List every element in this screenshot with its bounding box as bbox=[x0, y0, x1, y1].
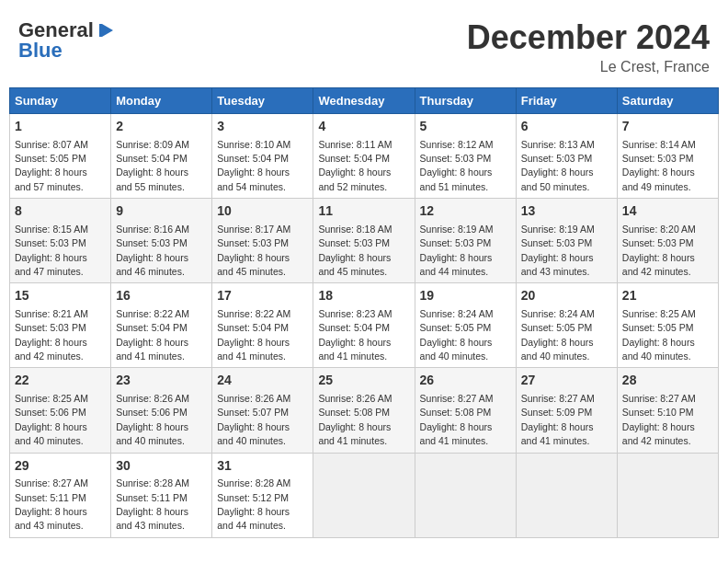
day-info: Sunrise: 8:14 AMSunset: 5:03 PMDaylight:… bbox=[622, 139, 696, 192]
table-row: 1Sunrise: 8:07 AMSunset: 5:05 PMDaylight… bbox=[10, 114, 111, 199]
day-number: 6 bbox=[521, 118, 612, 136]
day-info: Sunrise: 8:27 AMSunset: 5:10 PMDaylight:… bbox=[622, 393, 696, 446]
svg-marker-0 bbox=[102, 24, 113, 37]
table-row: 18Sunrise: 8:23 AMSunset: 5:04 PMDayligh… bbox=[313, 283, 415, 368]
day-info: Sunrise: 8:16 AMSunset: 5:03 PMDaylight:… bbox=[116, 224, 189, 277]
day-info: Sunrise: 8:21 AMSunset: 5:03 PMDaylight:… bbox=[15, 308, 88, 362]
day-number: 9 bbox=[116, 202, 207, 221]
logo: General Blue bbox=[18, 18, 116, 63]
table-row: 29Sunrise: 8:27 AMSunset: 5:11 PMDayligh… bbox=[10, 453, 111, 537]
table-row bbox=[516, 453, 617, 537]
calendar-week-row: 1Sunrise: 8:07 AMSunset: 5:05 PMDaylight… bbox=[10, 114, 719, 199]
table-row: 27Sunrise: 8:27 AMSunset: 5:09 PMDayligh… bbox=[516, 368, 617, 453]
day-info: Sunrise: 8:27 AMSunset: 5:11 PMDaylight:… bbox=[15, 477, 88, 531]
day-info: Sunrise: 8:15 AMSunset: 5:03 PMDaylight:… bbox=[15, 224, 88, 277]
day-number: 11 bbox=[318, 202, 409, 221]
day-number: 16 bbox=[116, 287, 207, 305]
calendar-week-row: 29Sunrise: 8:27 AMSunset: 5:11 PMDayligh… bbox=[10, 453, 719, 537]
table-row: 9Sunrise: 8:16 AMSunset: 5:03 PMDaylight… bbox=[111, 199, 212, 283]
day-info: Sunrise: 8:13 AMSunset: 5:03 PMDaylight:… bbox=[521, 139, 595, 192]
day-number: 8 bbox=[15, 202, 106, 221]
calendar-week-row: 8Sunrise: 8:15 AMSunset: 5:03 PMDaylight… bbox=[10, 199, 719, 283]
day-info: Sunrise: 8:24 AMSunset: 5:05 PMDaylight:… bbox=[420, 308, 494, 362]
col-friday: Friday bbox=[516, 88, 617, 114]
day-number: 3 bbox=[217, 118, 308, 136]
day-number: 14 bbox=[622, 202, 713, 221]
day-info: Sunrise: 8:25 AMSunset: 5:05 PMDaylight:… bbox=[622, 308, 696, 362]
day-number: 5 bbox=[420, 118, 511, 136]
table-row: 15Sunrise: 8:21 AMSunset: 5:03 PMDayligh… bbox=[10, 283, 111, 368]
day-number: 4 bbox=[318, 118, 409, 136]
day-number: 31 bbox=[217, 457, 308, 476]
day-number: 30 bbox=[116, 457, 207, 476]
table-row: 17Sunrise: 8:22 AMSunset: 5:04 PMDayligh… bbox=[212, 283, 313, 368]
col-monday: Monday bbox=[111, 88, 212, 114]
day-info: Sunrise: 8:10 AMSunset: 5:04 PMDaylight:… bbox=[217, 139, 290, 192]
table-row: 28Sunrise: 8:27 AMSunset: 5:10 PMDayligh… bbox=[617, 368, 718, 453]
table-row: 31Sunrise: 8:28 AMSunset: 5:12 PMDayligh… bbox=[212, 453, 313, 537]
day-number: 27 bbox=[521, 372, 612, 390]
day-info: Sunrise: 8:07 AMSunset: 5:05 PMDaylight:… bbox=[15, 139, 88, 192]
table-row: 11Sunrise: 8:18 AMSunset: 5:03 PMDayligh… bbox=[313, 199, 415, 283]
day-number: 7 bbox=[622, 118, 713, 136]
day-info: Sunrise: 8:22 AMSunset: 5:04 PMDaylight:… bbox=[217, 308, 290, 362]
table-row: 4Sunrise: 8:11 AMSunset: 5:04 PMDaylight… bbox=[313, 114, 415, 199]
day-number: 10 bbox=[217, 202, 308, 221]
day-info: Sunrise: 8:20 AMSunset: 5:03 PMDaylight:… bbox=[622, 224, 696, 277]
col-tuesday: Tuesday bbox=[212, 88, 313, 114]
day-info: Sunrise: 8:24 AMSunset: 5:05 PMDaylight:… bbox=[521, 308, 595, 362]
day-info: Sunrise: 8:28 AMSunset: 5:11 PMDaylight:… bbox=[116, 477, 189, 531]
day-number: 13 bbox=[521, 202, 612, 221]
table-row: 26Sunrise: 8:27 AMSunset: 5:08 PMDayligh… bbox=[415, 368, 516, 453]
day-info: Sunrise: 8:27 AMSunset: 5:09 PMDaylight:… bbox=[521, 393, 595, 446]
table-row bbox=[415, 453, 516, 537]
table-row: 10Sunrise: 8:17 AMSunset: 5:03 PMDayligh… bbox=[212, 199, 313, 283]
day-number: 23 bbox=[116, 372, 207, 390]
table-row: 30Sunrise: 8:28 AMSunset: 5:11 PMDayligh… bbox=[111, 453, 212, 537]
table-row: 12Sunrise: 8:19 AMSunset: 5:03 PMDayligh… bbox=[415, 199, 516, 283]
col-thursday: Thursday bbox=[415, 88, 516, 114]
day-number: 15 bbox=[15, 287, 106, 305]
calendar-subtitle: Le Crest, France bbox=[467, 59, 710, 75]
day-info: Sunrise: 8:28 AMSunset: 5:12 PMDaylight:… bbox=[217, 477, 290, 531]
day-info: Sunrise: 8:23 AMSunset: 5:04 PMDaylight:… bbox=[318, 308, 392, 362]
day-number: 25 bbox=[318, 372, 409, 390]
col-saturday: Saturday bbox=[617, 88, 718, 114]
day-number: 20 bbox=[521, 287, 612, 305]
day-info: Sunrise: 8:26 AMSunset: 5:08 PMDaylight:… bbox=[318, 393, 392, 446]
day-number: 26 bbox=[420, 372, 511, 390]
title-block: December 2024 Le Crest, France bbox=[467, 18, 710, 75]
table-row: 25Sunrise: 8:26 AMSunset: 5:08 PMDayligh… bbox=[313, 368, 415, 453]
table-row: 16Sunrise: 8:22 AMSunset: 5:04 PMDayligh… bbox=[111, 283, 212, 368]
col-sunday: Sunday bbox=[10, 88, 111, 114]
day-number: 21 bbox=[622, 287, 713, 305]
day-info: Sunrise: 8:25 AMSunset: 5:06 PMDaylight:… bbox=[15, 393, 88, 446]
table-row: 2Sunrise: 8:09 AMSunset: 5:04 PMDaylight… bbox=[111, 114, 212, 199]
day-info: Sunrise: 8:09 AMSunset: 5:04 PMDaylight:… bbox=[116, 139, 189, 192]
day-number: 28 bbox=[622, 372, 713, 390]
calendar-week-row: 15Sunrise: 8:21 AMSunset: 5:03 PMDayligh… bbox=[10, 283, 719, 368]
day-number: 24 bbox=[217, 372, 308, 390]
day-info: Sunrise: 8:17 AMSunset: 5:03 PMDaylight:… bbox=[217, 224, 290, 277]
table-row: 6Sunrise: 8:13 AMSunset: 5:03 PMDaylight… bbox=[516, 114, 617, 199]
day-info: Sunrise: 8:26 AMSunset: 5:07 PMDaylight:… bbox=[217, 393, 290, 446]
day-number: 17 bbox=[217, 287, 308, 305]
day-info: Sunrise: 8:19 AMSunset: 5:03 PMDaylight:… bbox=[420, 224, 494, 277]
table-row: 14Sunrise: 8:20 AMSunset: 5:03 PMDayligh… bbox=[617, 199, 718, 283]
table-row bbox=[617, 453, 718, 537]
calendar-week-row: 22Sunrise: 8:25 AMSunset: 5:06 PMDayligh… bbox=[10, 368, 719, 453]
table-row bbox=[313, 453, 415, 537]
day-number: 1 bbox=[15, 118, 106, 136]
page-header: General Blue December 2024 Le Crest, Fra… bbox=[9, 9, 719, 80]
day-info: Sunrise: 8:27 AMSunset: 5:08 PMDaylight:… bbox=[420, 393, 494, 446]
table-row: 23Sunrise: 8:26 AMSunset: 5:06 PMDayligh… bbox=[111, 368, 212, 453]
day-number: 18 bbox=[318, 287, 409, 305]
svg-rect-1 bbox=[99, 24, 102, 37]
day-info: Sunrise: 8:22 AMSunset: 5:04 PMDaylight:… bbox=[116, 308, 189, 362]
table-row: 3Sunrise: 8:10 AMSunset: 5:04 PMDaylight… bbox=[212, 114, 313, 199]
table-row: 7Sunrise: 8:14 AMSunset: 5:03 PMDaylight… bbox=[617, 114, 718, 199]
table-row: 20Sunrise: 8:24 AMSunset: 5:05 PMDayligh… bbox=[516, 283, 617, 368]
day-info: Sunrise: 8:26 AMSunset: 5:06 PMDaylight:… bbox=[116, 393, 189, 446]
day-info: Sunrise: 8:12 AMSunset: 5:03 PMDaylight:… bbox=[420, 139, 494, 192]
day-info: Sunrise: 8:19 AMSunset: 5:03 PMDaylight:… bbox=[521, 224, 595, 277]
